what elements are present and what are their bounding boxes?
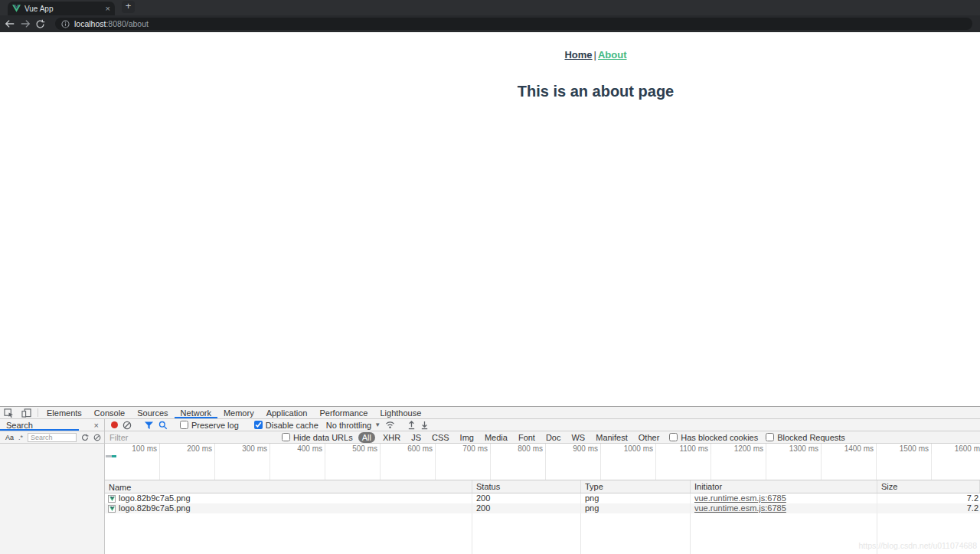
network-toolbar: Preserve log Disable cache No throttling… (105, 419, 980, 431)
close-icon[interactable]: × (79, 421, 104, 430)
network-conditions-icon[interactable] (385, 421, 395, 429)
inspect-element-icon[interactable] (0, 407, 18, 418)
request-type: png (581, 493, 691, 503)
timeline-tick-100-ms: 100 ms (105, 444, 160, 454)
match-case-toggle[interactable]: Aa (3, 434, 16, 441)
new-tab-button[interactable]: + (122, 1, 135, 13)
overview-column-200-ms (160, 454, 215, 480)
nav-link-about[interactable]: About (598, 49, 627, 61)
browser-tab-vue-app[interactable]: Vue App × (8, 2, 115, 15)
timeline-tick-1100-ms: 1100 ms (656, 444, 711, 454)
overview-column-1200-ms (711, 454, 766, 480)
overview-column-1600-ms (932, 454, 980, 480)
request-size: 7.2 (877, 503, 980, 513)
column-header-initiator[interactable]: Initiator (691, 480, 877, 493)
clear-icon[interactable] (122, 421, 132, 430)
timeline-ruler: 100 ms200 ms300 ms400 ms500 ms600 ms700 … (105, 444, 980, 454)
filter-chip-js[interactable]: JS (408, 433, 424, 442)
overview-column-300-ms (215, 454, 270, 480)
column-header-type[interactable]: Type (581, 480, 691, 493)
blocked-requests-checkbox[interactable] (766, 433, 774, 441)
initiator-link[interactable]: vue.runtime.esm.js:6785 (694, 493, 786, 503)
overview-column-400-ms (270, 454, 325, 480)
export-har-icon[interactable] (420, 421, 429, 430)
tab-close-icon[interactable]: × (106, 5, 110, 13)
requests-table: Name Status Type Initiator Size logo.82b… (105, 480, 980, 554)
devtools-tab-lighthouse[interactable]: Lighthouse (374, 407, 427, 418)
filter-chip-all[interactable]: All (358, 432, 375, 443)
table-header: Name Status Type Initiator Size (105, 480, 980, 493)
filter-chip-other[interactable]: Other (635, 433, 663, 442)
filter-chip-manifest[interactable]: Manifest (593, 433, 631, 442)
nav-link-home[interactable]: Home (564, 49, 592, 61)
filter-chip-ws[interactable]: WS (568, 433, 588, 442)
search-input[interactable] (28, 433, 77, 442)
request-type: png (581, 503, 691, 513)
search-results-area (0, 444, 104, 554)
chevron-down-icon[interactable]: ▼ (374, 421, 381, 428)
site-info-icon[interactable] (61, 20, 70, 28)
column-header-status[interactable]: Status (472, 480, 581, 493)
forward-button[interactable] (20, 19, 35, 28)
network-request-row-logo-82b9c7a5-png[interactable]: logo.82b9c7a5.png 200 png vue.runtime.es… (105, 503, 980, 513)
preserve-log-checkbox[interactable] (180, 421, 188, 429)
browser-toolbar: localhost:8080/about (0, 15, 980, 32)
disable-cache-checkbox[interactable] (254, 421, 263, 429)
timeline-tick-1500-ms: 1500 ms (877, 444, 932, 454)
initiator-link[interactable]: vue.runtime.esm.js:6785 (694, 503, 786, 513)
throttling-select[interactable]: No throttling (326, 421, 371, 430)
filter-chip-img[interactable]: Img (457, 433, 477, 442)
record-icon[interactable] (111, 421, 118, 428)
devtools-tab-sources[interactable]: Sources (131, 407, 174, 418)
device-toolbar-icon[interactable] (18, 407, 35, 418)
timeline-tick-1200-ms: 1200 ms (711, 444, 766, 454)
network-request-row-logo-82b9c7a5-png[interactable]: logo.82b9c7a5.png 200 png vue.runtime.es… (105, 493, 980, 503)
refresh-button[interactable] (35, 19, 51, 29)
devtools-tab-performance[interactable]: Performance (313, 407, 374, 418)
search-drawer-tab[interactable]: Search (0, 419, 79, 431)
hide-data-urls-label: Hide data URLs (293, 433, 353, 442)
filter-chip-doc[interactable]: Doc (543, 433, 564, 442)
waterfall-overview (105, 454, 980, 480)
devtools-tab-elements[interactable]: Elements (41, 407, 88, 418)
timeline-tick-600-ms: 600 ms (381, 444, 436, 454)
table-gridlines (105, 513, 980, 554)
overview-column-500-ms (325, 454, 381, 480)
filter-chip-xhr[interactable]: XHR (380, 433, 403, 442)
filter-input[interactable] (105, 433, 277, 442)
column-header-name[interactable]: Name (105, 480, 472, 493)
devtools-tab-network[interactable]: Network (175, 407, 217, 418)
has-blocked-cookies-checkbox[interactable] (669, 433, 678, 441)
search-clear-icon[interactable] (91, 434, 103, 441)
network-filter-bar: Hide data URLs AllXHRJSCSSImgMediaFontDo… (105, 431, 980, 444)
filter-funnel-icon[interactable] (144, 421, 154, 430)
search-toolbar: Aa .* (0, 431, 104, 444)
regex-toggle[interactable]: .* (16, 434, 25, 441)
disable-cache-label: Disable cache (266, 421, 318, 430)
back-button[interactable] (5, 19, 20, 28)
hide-data-urls-checkbox[interactable] (282, 433, 290, 441)
import-har-icon[interactable] (407, 421, 416, 430)
overview-column-100-ms (105, 454, 160, 480)
timeline-tick-800-ms: 800 ms (491, 444, 546, 454)
filter-chip-font[interactable]: Font (515, 433, 538, 442)
devtools-tab-memory[interactable]: Memory (217, 407, 260, 418)
overview-column-1500-ms (877, 454, 932, 480)
request-name: logo.82b9c7a5.png (119, 493, 191, 503)
devtools-tab-console[interactable]: Console (88, 407, 131, 418)
devtools-panel: ElementsConsoleSourcesNetworkMemoryAppli… (0, 406, 980, 554)
network-search-icon[interactable] (158, 421, 168, 430)
address-bar[interactable]: localhost:8080/about (55, 18, 972, 30)
filter-chip-media[interactable]: Media (482, 433, 511, 442)
overview-column-1100-ms (656, 454, 711, 480)
timeline-tick-300-ms: 300 ms (215, 444, 270, 454)
filter-chip-css[interactable]: CSS (429, 433, 452, 442)
request-status: 200 (472, 493, 581, 503)
network-panel: Preserve log Disable cache No throttling… (105, 419, 980, 554)
search-refresh-icon[interactable] (79, 434, 91, 441)
devtools-tab-application[interactable]: Application (260, 407, 314, 418)
overview-column-700-ms (436, 454, 491, 480)
column-header-size[interactable]: Size (877, 480, 980, 493)
request-name: logo.82b9c7a5.png (119, 503, 191, 513)
has-blocked-cookies-label: Has blocked cookies (681, 433, 758, 442)
